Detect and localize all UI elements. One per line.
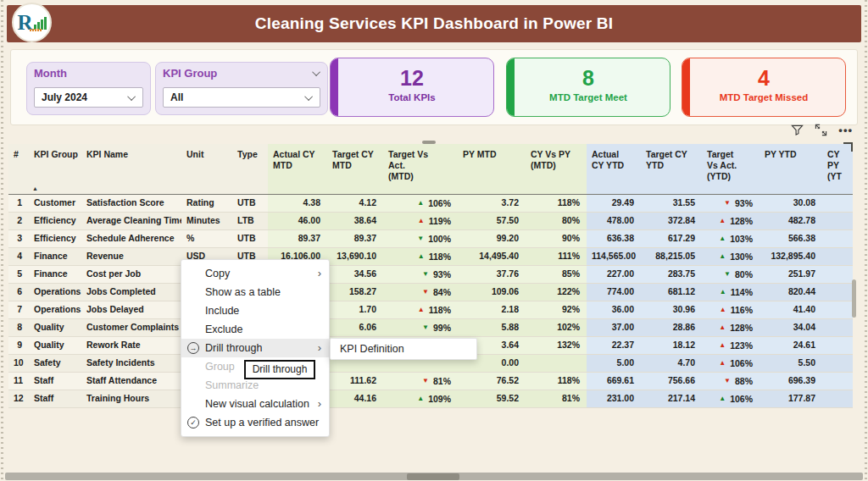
menu-item-drill-through[interactable]: →Drill through› bbox=[181, 339, 329, 357]
percent-value: 106% bbox=[428, 196, 451, 212]
cell-name: Schedule Adherence bbox=[81, 230, 181, 247]
vertical-scrollbar-thumb[interactable] bbox=[852, 279, 856, 318]
cell-act_ytd: 669.61 bbox=[587, 373, 641, 390]
column-header[interactable]: Target Vs Act. (YTD) bbox=[702, 144, 760, 194]
menu-item-label: Drill through bbox=[205, 342, 262, 354]
kpi-group-dropdown[interactable]: All bbox=[163, 87, 320, 108]
cell-cyvpy_mtd: 122% bbox=[526, 284, 587, 301]
cell-py_ytd: 30.08 bbox=[760, 195, 822, 212]
cell-group: Quality bbox=[29, 337, 81, 354]
triangle-up-icon: ▲ bbox=[418, 253, 425, 260]
menu-item-show-as-a-table[interactable]: Show as a table bbox=[181, 283, 329, 301]
cell-num: 6 bbox=[8, 284, 29, 301]
cell-cyvpy_ytd bbox=[822, 248, 853, 265]
mtd-target-missed-card[interactable]: 4 MTD Target Missed bbox=[682, 58, 846, 117]
cell-tgt_mtd: 13,690.10 bbox=[327, 248, 383, 265]
cell-py_ytd: 482.78 bbox=[760, 213, 822, 229]
cell-tgt_mtd: 158.27 bbox=[327, 284, 383, 301]
horizontal-scrollbar[interactable] bbox=[5, 473, 863, 480]
table-row[interactable]: 11StaffStaff Attendance111.62▼81%76.5211… bbox=[8, 373, 853, 390]
focus-mode-icon[interactable] bbox=[815, 124, 827, 136]
percent-value: 118% bbox=[429, 249, 451, 265]
column-header[interactable]: CY Vs PY (MTD) bbox=[526, 144, 587, 194]
table-row[interactable]: 6OperationsJobs Completed158.27▼84%109.0… bbox=[8, 284, 853, 301]
column-header[interactable]: Actual CY YTD bbox=[587, 144, 641, 194]
table-row[interactable]: 4FinanceRevenueUSDUTB16,106.0013,690.10▲… bbox=[8, 248, 853, 266]
filter-icon[interactable] bbox=[791, 124, 804, 136]
table-row[interactable]: 12StaffTraining Hours44.16▲109%59.5281%2… bbox=[8, 390, 853, 408]
horizontal-scrollbar-thumb[interactable] bbox=[407, 473, 459, 480]
menu-item-set-up-a-verified-answer[interactable]: ✓Set up a verified answer bbox=[181, 413, 329, 432]
menu-item-label: Copy bbox=[205, 268, 230, 279]
cell-name: Training Hours bbox=[81, 390, 181, 407]
kpi-group-slicer: KPI Group All bbox=[155, 62, 328, 115]
table-row[interactable]: 1CustomerSatisfaction ScoreRatingUTB4.38… bbox=[8, 195, 853, 213]
card-accent bbox=[331, 58, 338, 116]
cell-type: UTB bbox=[232, 230, 268, 247]
cell-tva_ytd: ▲106% bbox=[702, 355, 760, 372]
cell-tgt_mtd: 34.56 bbox=[327, 266, 383, 283]
cell-num: 1 bbox=[8, 195, 29, 212]
cell-tva_mtd: ▼93% bbox=[383, 266, 458, 283]
column-header[interactable]: Target Vs Act. (MTD) bbox=[383, 144, 458, 194]
cell-py_mtd: 76.52 bbox=[458, 373, 526, 390]
cell-py_mtd: 14,495.40 bbox=[458, 248, 526, 265]
triangle-down-icon: ▼ bbox=[724, 200, 731, 207]
table-row[interactable]: 7OperationsJobs Delayed1.70▲118%2.1892%3… bbox=[8, 301, 853, 319]
table-row[interactable]: 2EfficiencyAverage Cleaning TimeMinutesL… bbox=[8, 213, 853, 230]
cell-py_ytd: 820.44 bbox=[760, 284, 822, 301]
column-header[interactable]: KPI Name bbox=[81, 144, 181, 194]
drillthrough-submenu-item[interactable]: KPI Definition bbox=[330, 338, 477, 360]
column-header[interactable]: Actual CY MTD bbox=[268, 144, 327, 194]
triangle-down-icon: ▼ bbox=[724, 378, 731, 384]
cell-tva_ytd: ▼88% bbox=[702, 373, 760, 390]
cell-tva_mtd: ▼100% bbox=[383, 230, 458, 247]
mtd-target-meet-card[interactable]: 8 MTD Target Meet bbox=[506, 58, 670, 117]
cell-tva_ytd: ▲114% bbox=[702, 284, 760, 301]
more-options-icon[interactable]: ••• bbox=[838, 124, 853, 136]
menu-item-label: Group bbox=[205, 361, 235, 373]
menu-item-exclude[interactable]: Exclude bbox=[181, 320, 329, 339]
cell-act_mtd: 4.38 bbox=[268, 195, 327, 212]
column-header[interactable]: Unit bbox=[181, 144, 232, 194]
table-row[interactable]: 5FinanceCost per Job34.56▼93%37.7685%227… bbox=[8, 266, 853, 284]
month-dropdown[interactable]: July 2024 bbox=[34, 87, 143, 108]
total-kpis-card[interactable]: 12 Total KPIs bbox=[330, 58, 494, 117]
column-header[interactable]: Target CY MTD bbox=[327, 144, 383, 194]
cell-num: 2 bbox=[8, 213, 29, 229]
menu-item-copy[interactable]: Copy› bbox=[181, 264, 329, 283]
percent-value: 114% bbox=[731, 285, 753, 301]
menu-item-label: New visual calculation bbox=[205, 398, 309, 410]
column-header[interactable]: PY MTD bbox=[458, 144, 526, 194]
cell-cyvpy_mtd: 102% bbox=[526, 319, 587, 336]
triangle-up-icon: ▲ bbox=[720, 289, 726, 296]
cell-group: Efficiency bbox=[29, 230, 81, 247]
cell-tgt_mtd: 44.16 bbox=[327, 390, 383, 407]
table-row[interactable]: 8QualityCustomer Complaints6.06▼99%5.881… bbox=[8, 319, 853, 337]
visual-resize-handle[interactable] bbox=[843, 142, 853, 152]
cell-cyvpy_ytd bbox=[822, 301, 853, 318]
cell-group: Staff bbox=[29, 373, 81, 390]
triangle-up-icon: ▲ bbox=[719, 218, 726, 224]
chevron-down-icon[interactable] bbox=[312, 68, 320, 76]
percent-value: 106% bbox=[730, 356, 753, 372]
table-row[interactable]: 3EfficiencySchedule Adherence%UTB89.3789… bbox=[8, 230, 853, 248]
triangle-down-icon: ▼ bbox=[422, 289, 429, 296]
menu-item-label: Set up a verified answer bbox=[205, 417, 319, 428]
sort-ascending-icon[interactable]: ▲ bbox=[32, 185, 38, 191]
cell-num: 9 bbox=[8, 337, 29, 354]
cell-unit: Minutes bbox=[181, 213, 232, 229]
column-header[interactable]: Target CY YTD bbox=[641, 144, 702, 194]
menu-item-include[interactable]: Include bbox=[181, 301, 329, 320]
visual-drag-handle[interactable] bbox=[422, 141, 436, 144]
cell-py_ytd: 132,895.40 bbox=[760, 248, 822, 265]
menu-item-new-visual-calculation[interactable]: New visual calculation› bbox=[181, 395, 329, 413]
column-header[interactable]: # bbox=[8, 144, 29, 194]
column-header[interactable]: PY YTD bbox=[760, 144, 822, 194]
cell-py_mtd: 5.88 bbox=[458, 319, 526, 336]
percent-value: 128% bbox=[730, 320, 753, 336]
percent-value: 123% bbox=[730, 338, 753, 354]
cell-num: 5 bbox=[8, 266, 29, 283]
column-header[interactable]: Type bbox=[232, 144, 268, 194]
cell-act_ytd: 29.49 bbox=[587, 195, 641, 212]
